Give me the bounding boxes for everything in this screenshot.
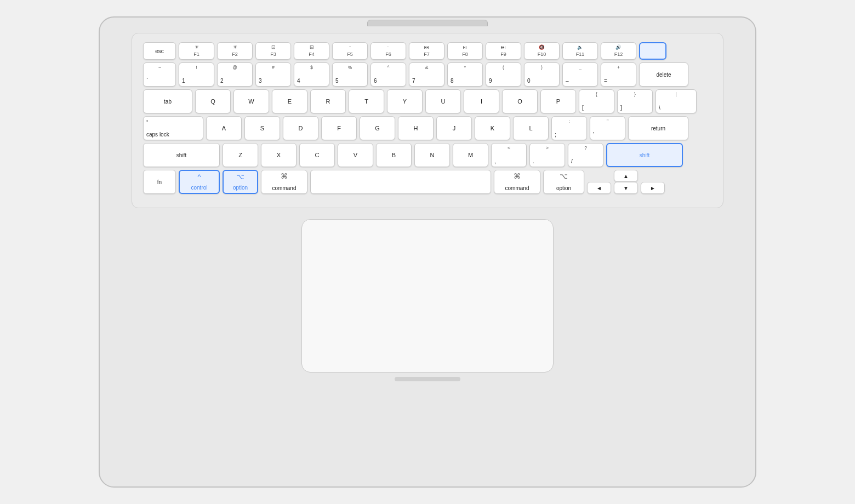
key-g[interactable]: G	[360, 116, 395, 140]
key-option-right[interactable]: ⌥ option	[543, 170, 584, 194]
key-equals[interactable]: + =	[601, 62, 636, 87]
key-f12[interactable]: 🔊 F12	[601, 42, 636, 60]
arrow-bottom-row: ◄ ▼ ►	[587, 182, 665, 194]
laptop-bottom-bar	[395, 377, 460, 381]
key-command-right[interactable]: ⌘ command	[494, 170, 540, 194]
key-w[interactable]: W	[233, 89, 269, 113]
key-slash[interactable]: ? /	[568, 143, 603, 167]
key-m[interactable]: M	[453, 143, 488, 167]
key-f3[interactable]: ⊡ F3	[255, 42, 291, 60]
key-f8[interactable]: ⏯ F8	[447, 42, 483, 60]
key-capslock[interactable]: • caps lock	[143, 116, 203, 140]
key-5[interactable]: % 5	[332, 62, 368, 87]
key-o[interactable]: O	[502, 89, 538, 113]
key-delete[interactable]: delete	[639, 62, 688, 87]
key-p[interactable]: P	[540, 89, 576, 113]
laptop-hinge	[367, 20, 488, 26]
key-7[interactable]: & 7	[409, 62, 444, 87]
key-x[interactable]: X	[261, 143, 297, 167]
key-f10[interactable]: 🔇 F10	[524, 42, 560, 60]
key-fn[interactable]: fn	[143, 170, 176, 194]
key-shift-left[interactable]: shift	[143, 143, 220, 167]
key-1[interactable]: ! 1	[179, 62, 214, 87]
key-9[interactable]: ( 9	[486, 62, 521, 87]
key-r[interactable]: R	[310, 89, 346, 113]
key-arrow-right[interactable]: ►	[641, 182, 665, 194]
key-f1[interactable]: ☀ F1	[179, 42, 214, 60]
key-f9[interactable]: ⏭ F9	[486, 42, 521, 60]
key-n[interactable]: N	[414, 143, 450, 167]
key-f[interactable]: F	[321, 116, 357, 140]
key-0[interactable]: ) 0	[524, 62, 560, 87]
key-q[interactable]: Q	[195, 89, 231, 113]
key-semicolon[interactable]: : ;	[551, 116, 587, 140]
key-period[interactable]: > .	[529, 143, 565, 167]
key-d[interactable]: D	[283, 116, 318, 140]
key-a[interactable]: A	[206, 116, 242, 140]
key-power[interactable]	[639, 42, 666, 60]
key-b[interactable]: B	[376, 143, 412, 167]
key-s[interactable]: S	[244, 116, 280, 140]
key-shift-right[interactable]: shift	[606, 143, 683, 167]
key-return[interactable]: return	[628, 116, 688, 140]
keyboard-area: esc ☀ F1 ☀ F2 ⊡ F3 ⊟ F4 ·· F5	[132, 33, 723, 208]
key-f7[interactable]: ⏮ F7	[409, 42, 444, 60]
arrow-up-row: ▲	[587, 170, 665, 182]
key-y[interactable]: Y	[387, 89, 423, 113]
key-k[interactable]: K	[475, 116, 510, 140]
key-f11[interactable]: 🔈 F11	[562, 42, 598, 60]
key-esc[interactable]: esc	[143, 42, 176, 60]
key-command-left[interactable]: ⌘ command	[261, 170, 307, 194]
key-quote[interactable]: " '	[590, 116, 625, 140]
key-i[interactable]: I	[464, 89, 499, 113]
key-space[interactable]	[310, 170, 491, 194]
key-z[interactable]: Z	[223, 143, 258, 167]
key-v[interactable]: V	[338, 143, 373, 167]
key-l[interactable]: L	[513, 116, 549, 140]
number-key-row: ~ ` ! 1 @ 2 # 3 $ 4 % 5	[143, 62, 712, 87]
key-tilde[interactable]: ~ `	[143, 62, 176, 87]
tab-key-row: tab Q W E R T Y U I O P { [ } ] | \	[143, 89, 712, 113]
key-u[interactable]: U	[425, 89, 461, 113]
key-rbracket[interactable]: } ]	[617, 89, 653, 113]
fn-key-row: esc ☀ F1 ☀ F2 ⊡ F3 ⊟ F4 ·· F5	[143, 42, 712, 60]
shift-key-row: shift Z X C V B N M < , > . ? / shift	[143, 143, 712, 167]
key-2[interactable]: @ 2	[217, 62, 253, 87]
laptop-body: esc ☀ F1 ☀ F2 ⊡ F3 ⊟ F4 ·· F5	[99, 16, 756, 488]
key-f5[interactable]: ·· F5	[332, 42, 368, 60]
key-f2[interactable]: ☀ F2	[217, 42, 253, 60]
key-t[interactable]: T	[349, 89, 384, 113]
arrow-cluster: ▲ ◄ ▼ ►	[587, 170, 665, 194]
key-comma[interactable]: < ,	[491, 143, 527, 167]
bottom-key-row: fn ^ control ⌥ option ⌘ command ⌘ comman…	[143, 170, 712, 194]
key-e[interactable]: E	[272, 89, 307, 113]
key-f4[interactable]: ⊟ F4	[294, 42, 329, 60]
key-4[interactable]: $ 4	[294, 62, 329, 87]
key-arrow-up[interactable]: ▲	[614, 170, 638, 182]
key-f6[interactable]: ·· F6	[371, 42, 406, 60]
key-6[interactable]: ^ 6	[371, 62, 406, 87]
key-control[interactable]: ^ control	[179, 170, 220, 194]
key-option-left[interactable]: ⌥ option	[223, 170, 258, 194]
key-backslash[interactable]: | \	[656, 89, 697, 113]
key-j[interactable]: J	[436, 116, 472, 140]
key-c[interactable]: C	[299, 143, 335, 167]
key-3[interactable]: # 3	[255, 62, 291, 87]
key-h[interactable]: H	[398, 116, 434, 140]
key-tab[interactable]: tab	[143, 89, 192, 113]
key-arrow-left[interactable]: ◄	[587, 182, 611, 194]
key-arrow-down[interactable]: ▼	[614, 182, 638, 194]
key-minus[interactable]: _ –	[562, 62, 598, 87]
touchpad[interactable]	[301, 219, 554, 373]
key-lbracket[interactable]: { [	[579, 89, 614, 113]
key-8[interactable]: * 8	[447, 62, 483, 87]
caps-key-row: • caps lock A S D F G H J K L : ; " ' re…	[143, 116, 712, 140]
